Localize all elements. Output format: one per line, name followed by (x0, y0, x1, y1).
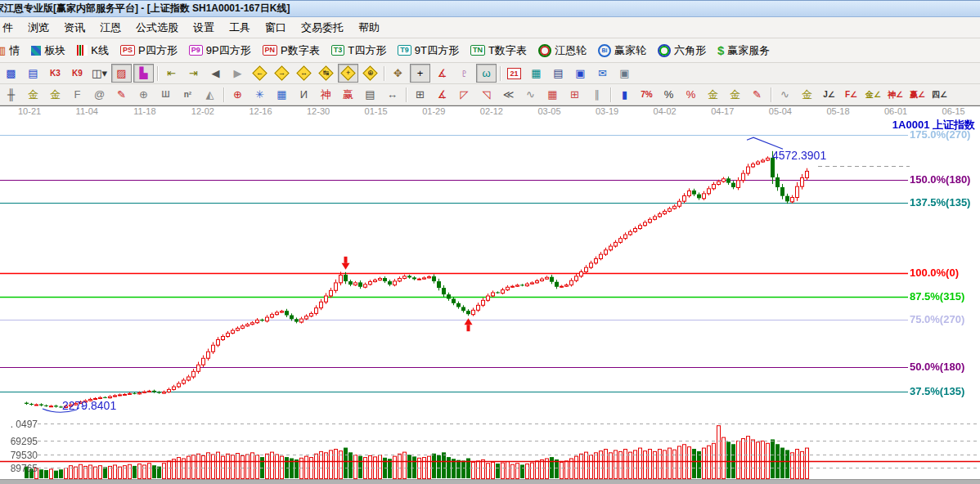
measure-angle-icon[interactable]: ∡ (432, 64, 452, 83)
chart-area[interactable]: 1A0001 上证指数 175.0%(270)150.0%(180)137.5%… (0, 116, 980, 479)
fibonacci-icon[interactable]: F (67, 85, 88, 104)
menu-item-0[interactable]: 件 (0, 19, 20, 36)
comb-ruler-icon[interactable]: Ш (155, 85, 176, 104)
j-angle-icon[interactable]: J∠ (819, 85, 839, 104)
circle3-icon[interactable]: ⊕ (133, 85, 154, 104)
angle-mirror-icon[interactable]: ◭ (200, 85, 220, 104)
gold-lines-icon[interactable]: 金 (725, 85, 745, 104)
gann-grid-tool-icon[interactable]: ╫ (1, 85, 21, 104)
volume-axis-label: . 0497 (0, 419, 38, 430)
red-grid-icon[interactable]: ▦ (542, 85, 563, 104)
fan-square-icon[interactable]: ◸ (454, 85, 474, 104)
calendar-icon[interactable]: 21 (504, 64, 524, 83)
gann-fan-icon[interactable]: ∡ (432, 85, 452, 104)
parallel-lines-icon[interactable]: ∥ (587, 85, 607, 104)
calculator-icon[interactable]: ▦ (526, 64, 546, 83)
pattern-icon[interactable]: ▨ (111, 64, 132, 83)
percent-icon[interactable]: % (659, 85, 679, 104)
box-tool-icon[interactable]: ⊞ (410, 85, 430, 104)
golden-ratio-icon[interactable]: 金 (45, 85, 65, 104)
first-bar-icon[interactable]: ⇤ (161, 64, 182, 83)
blue-grid-icon[interactable]: ▦ (272, 85, 292, 104)
pen-rocket-icon[interactable]: ✎ (111, 85, 132, 104)
quick-button-t-number-table[interactable]: TNT数字表 (465, 40, 533, 60)
next-bar-icon[interactable]: ▶ (227, 64, 248, 83)
menu-item-7[interactable]: 窗口 (258, 19, 294, 36)
mark-tool-icon[interactable]: ♇ (454, 64, 474, 83)
chart9-icon[interactable]: K9 (67, 64, 88, 83)
chart3-icon[interactable]: K3 (45, 64, 65, 83)
gold-circle-icon[interactable]: 金 (703, 85, 723, 104)
brush-icon[interactable]: ✎ (747, 85, 767, 104)
quick-button-9p-square[interactable]: P99P四方形 (183, 40, 257, 60)
ruler123-icon[interactable]: ▤ (360, 85, 380, 104)
menu-item-1[interactable]: 浏览 (20, 19, 56, 36)
ying-tool-icon[interactable]: 赢 (338, 85, 358, 104)
gold-angle-icon[interactable]: 金∠ (863, 85, 883, 104)
quick-button-9t-square[interactable]: T99T四方形 (392, 40, 465, 60)
ying-angle-icon[interactable]: 赢∠ (907, 85, 928, 104)
quick-button-kline[interactable]: K线 (71, 40, 115, 60)
quick-button-p-square[interactable]: PSP四方形 (115, 40, 183, 60)
quick-button-p-number-table[interactable]: PNP数字表 (257, 40, 326, 60)
compress-icon[interactable]: ↹ (316, 64, 336, 83)
status-scrollbar-strip[interactable] (0, 479, 980, 484)
golden-section-icon[interactable]: 金 (23, 85, 43, 104)
market-view-icon[interactable]: ▩ (1, 64, 21, 83)
quick-button-winner-wheel[interactable]: Bi赢家轮 (592, 40, 652, 60)
k-mark-icon[interactable]: И (294, 85, 314, 104)
percent7-icon[interactable]: 7% (636, 85, 657, 104)
prev-bar-icon[interactable]: ◀ (205, 64, 226, 83)
hand-tool-icon[interactable]: ✥ (388, 64, 408, 83)
quick-button-quotes[interactable]: ▥情 (0, 40, 25, 60)
f-angle-icon[interactable]: F∠ (841, 85, 861, 104)
span-arrow-icon[interactable]: ↔ (382, 85, 402, 104)
quick-button-hexagon[interactable]: 六角形 (652, 40, 712, 60)
wave-tool-icon[interactable]: ∿ (775, 85, 795, 104)
last-bar-icon[interactable]: ⇥ (183, 64, 204, 83)
percent-lines-icon[interactable]: % (681, 85, 701, 104)
quick-button-t-square[interactable]: T3T四方形 (326, 40, 392, 60)
shen-tool-icon[interactable]: 神 (316, 85, 336, 104)
zoom-right-icon[interactable]: → (272, 64, 292, 83)
menu-item-9[interactable]: 帮助 (351, 19, 387, 36)
kline-chart-canvas[interactable] (0, 116, 980, 479)
zoom-left-icon[interactable]: ← (249, 64, 270, 83)
zoom-full-icon[interactable]: ⊕ (360, 64, 380, 83)
trend-lines-icon[interactable]: ≪ (498, 85, 519, 104)
stats-bars-icon[interactable]: ▮ (614, 85, 635, 104)
quick-button-sectors[interactable]: 板块 (25, 40, 71, 60)
histogram-icon[interactable]: ▙ (133, 64, 154, 83)
menu-item-4[interactable]: 公式选股 (128, 19, 186, 36)
remote-pc-icon[interactable]: ▣ (614, 64, 635, 83)
menu-item-2[interactable]: 资讯 (56, 19, 92, 36)
candle-period-icon[interactable]: ◫▾ (89, 64, 110, 83)
zoom-span-icon[interactable]: ↔ (294, 64, 314, 83)
radial-star-icon[interactable]: ✳ (249, 85, 270, 104)
zigzag-icon[interactable]: ∿ (520, 85, 541, 104)
quick-button-winner-service[interactable]: $赢家服务 (712, 40, 775, 60)
gold-underline-icon[interactable]: 金 (797, 85, 817, 104)
quick-button-gann-wheel[interactable]: 江恩轮 (533, 40, 592, 60)
zoom-in-icon[interactable]: + (338, 64, 358, 83)
menu-item-5[interactable]: 设置 (186, 19, 222, 36)
notes-icon[interactable]: ▤ (548, 64, 569, 83)
menu-item-8[interactable]: 交易委托 (294, 19, 351, 36)
brain-icon[interactable]: ω (476, 64, 497, 83)
date-axis: 10-2111-0411-1812-0212-1612-3001-1501-29… (0, 105, 980, 117)
kline-icon (77, 45, 88, 56)
t-number-table-label: T数字表 (488, 43, 527, 58)
info-list-icon[interactable]: ▤ (23, 64, 43, 83)
spiral-icon[interactable]: @ (89, 85, 110, 104)
compass-icon[interactable]: ⊕ (227, 85, 248, 104)
save-icon[interactable]: ▣ (570, 64, 591, 83)
send-mail-icon[interactable]: ✉ (592, 64, 613, 83)
shen-angle-icon[interactable]: 神∠ (885, 85, 906, 104)
menu-item-3[interactable]: 江恩 (92, 19, 128, 36)
crosshair-icon[interactable]: + (410, 64, 430, 83)
menu-item-6[interactable]: 工具 (222, 19, 258, 36)
si-angle-icon[interactable]: 四∠ (929, 85, 950, 104)
fan-box-icon[interactable]: ◹ (476, 85, 497, 104)
grid-arrow-icon[interactable]: ⊞ (564, 85, 585, 104)
n-square-icon[interactable]: n² (178, 85, 198, 104)
